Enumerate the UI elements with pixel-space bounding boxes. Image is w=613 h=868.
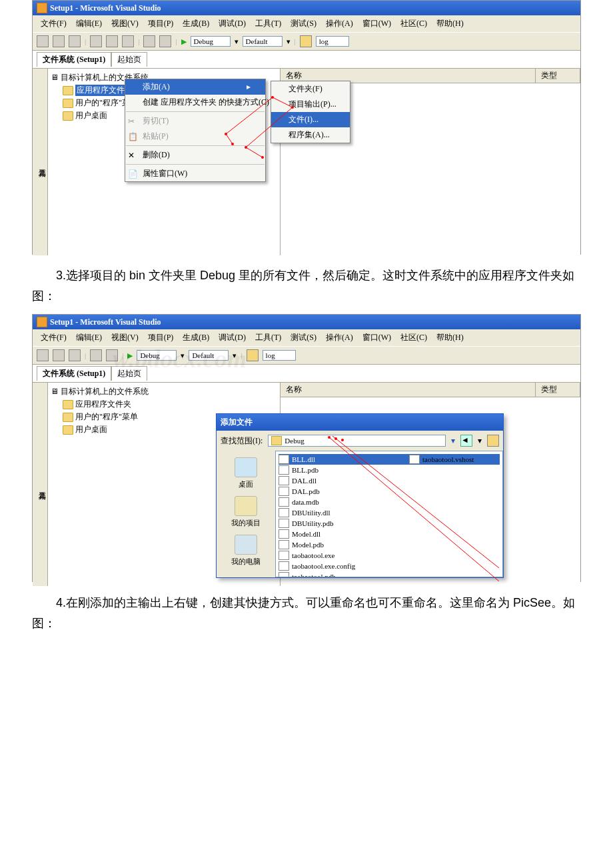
folder-icon	[63, 111, 73, 121]
up-icon[interactable]: ▾	[478, 436, 482, 446]
cut-icon[interactable]	[90, 35, 102, 47]
menubar-1[interactable]: 文件(F) 编辑(E) 视图(V) 项目(P) 生成(B) 调试(D) 工具(T…	[33, 15, 580, 32]
find-box[interactable]: log	[316, 36, 349, 47]
computer-icon	[235, 535, 257, 555]
paste-icon[interactable]	[122, 35, 134, 47]
cmenu-add[interactable]: 添加(A)▸	[125, 79, 265, 95]
context-submenu[interactable]: 文件夹(F) 项目输出(P)... 文件(I)... 程序集(A)...	[271, 81, 350, 143]
pdb-icon	[279, 465, 289, 475]
tab-start[interactable]: 起始页	[111, 52, 147, 67]
file-item[interactable]: taobaotool.exe	[279, 550, 500, 561]
sub-asm[interactable]: 程序集(A)...	[271, 127, 350, 143]
back-icon[interactable]: ◄	[460, 435, 472, 447]
vs-window-2: Setup1 - Microsoft Visual Studio 文件(F)编辑…	[32, 314, 581, 582]
paragraph-4: 4.在刚添加的主输出上右键，创建其快捷方式。可以重命名也可不重命名。这里命名为 …	[32, 593, 581, 633]
file-item[interactable]: DBUtility.dll	[279, 507, 500, 518]
platform-dropdown[interactable]: Default	[243, 36, 283, 47]
file-item[interactable]: DBUtility.pdb	[279, 518, 500, 529]
cmenu-delete[interactable]: ✕删除(D)	[125, 147, 265, 163]
open-icon[interactable]	[53, 35, 65, 47]
menu-project[interactable]: 项目(P)	[144, 17, 178, 31]
file-list[interactable]: BLL.dll BLL.pdb DAL.dll DAL.pdb data.mdb…	[275, 451, 503, 577]
doc-tabs-2[interactable]: 文件系统 (Setup1)起始页	[33, 365, 580, 383]
places-bar[interactable]: 桌面 我的项目 我的电脑	[217, 451, 275, 577]
vs-window-1: Setup1 - Microsoft Visual Studio 文件(F) 编…	[32, 0, 581, 255]
new-icon[interactable]	[37, 35, 49, 47]
folder-icon	[63, 400, 73, 409]
titlebar-2: Setup1 - Microsoft Visual Studio	[33, 315, 580, 329]
file-item[interactable]: DAL.pdb	[279, 486, 500, 497]
cmenu-props[interactable]: 📄属性窗口(W)	[125, 166, 265, 181]
file-item[interactable]: taobaotool.vshost	[409, 454, 474, 465]
file-item[interactable]: taobaotool.pdb	[279, 571, 500, 577]
sub-output[interactable]: 项目输出(P)...	[271, 97, 350, 112]
menu-tools[interactable]: 工具(T)	[251, 17, 285, 31]
cmenu-paste: 📋粘贴(P)	[125, 129, 265, 144]
undo-icon[interactable]	[143, 35, 155, 47]
menubar-2[interactable]: 文件(F)编辑(E)视图(V)项目(P)生成(B)调试(D)工具(T)测试(S)…	[33, 329, 580, 346]
save-icon[interactable]	[69, 35, 81, 47]
menu-help[interactable]: 帮助(H)	[432, 17, 468, 31]
dll-icon	[279, 455, 289, 464]
lookin-label: 查找范围(I):	[221, 435, 263, 447]
exe-icon	[279, 551, 289, 560]
folder-icon	[63, 86, 73, 95]
pdb-icon	[279, 540, 289, 549]
copy-icon[interactable]	[106, 35, 118, 47]
menu-action[interactable]: 操作(A)	[322, 17, 357, 31]
props-icon: 📄	[128, 169, 137, 179]
titlebar-1: Setup1 - Microsoft Visual Studio	[33, 1, 580, 15]
cmenu-shortcut[interactable]: 创建 应用程序文件夹 的快捷方式(C)	[125, 95, 265, 110]
sub-file[interactable]: 文件(I)...	[271, 112, 350, 127]
config-dropdown[interactable]: Debug	[191, 36, 231, 47]
folder-icon	[63, 99, 73, 108]
dll-icon	[279, 476, 289, 485]
file-item[interactable]: BLL.pdb	[279, 465, 500, 475]
toolbar-1[interactable]: | | | ▶ Debug ▾ Default ▾ | log	[33, 32, 580, 51]
computer-icon: 🖥	[51, 73, 59, 83]
file-item[interactable]: data.mdb	[279, 497, 500, 507]
mdb-icon	[279, 497, 289, 507]
menu-view[interactable]: 视图(V)	[107, 17, 143, 31]
toolbar-2[interactable]: | | ▶ Debug▾ Default▾ | log	[33, 346, 580, 365]
tree-desktop[interactable]: 用户桌面	[75, 110, 107, 121]
menu-community[interactable]: 社区(C)	[396, 17, 431, 31]
toolbox-strip-2[interactable]: 工具箱	[33, 383, 48, 586]
pdb-icon	[279, 487, 289, 496]
menu-debug[interactable]: 调试(D)	[215, 17, 250, 31]
folder-icon	[63, 425, 73, 435]
redo-icon[interactable]	[159, 35, 171, 47]
folder-icon	[63, 413, 73, 422]
file-item[interactable]: taobaotool.exe.config	[279, 561, 500, 571]
sub-folder[interactable]: 文件夹(F)	[271, 81, 350, 97]
place-projects[interactable]: 我的项目	[231, 496, 261, 528]
dll-icon	[279, 529, 289, 539]
delete-icon: ✕	[128, 151, 137, 160]
computer-icon: 🖥	[51, 387, 59, 397]
tab-fs[interactable]: 文件系统 (Setup1)	[37, 52, 111, 67]
find-icon[interactable]	[300, 35, 312, 47]
menu-file[interactable]: 文件(F)	[37, 17, 71, 31]
file-item[interactable]: Model.dll	[279, 529, 500, 539]
menu-edit[interactable]: 编辑(E)	[72, 17, 106, 31]
pdb-icon	[279, 519, 289, 528]
newfolder-icon[interactable]	[487, 435, 499, 447]
menu-window[interactable]: 窗口(W)	[358, 17, 395, 31]
doc-tabs-1[interactable]: 文件系统 (Setup1)起始页	[33, 51, 580, 69]
col-type[interactable]: 类型	[536, 69, 580, 83]
place-computer[interactable]: 我的电脑	[231, 535, 261, 567]
toolbox-strip[interactable]: 工具箱	[33, 69, 48, 255]
file-item[interactable]: Model.pdb	[279, 539, 500, 550]
exe-icon	[409, 455, 420, 464]
fs-tree-1[interactable]: 🖥目标计算机上的文件系统 应用程序文件夹 用户的"程序"菜单 用户桌面 添加(A…	[48, 69, 281, 255]
context-menu[interactable]: 添加(A)▸ 创建 应用程序文件夹 的快捷方式(C) ✂剪切(T) 📋粘贴(P)…	[125, 79, 266, 182]
paragraph-3: 3.选择项目的 bin 文件夹里 Debug 里的所有文件，然后确定。这时文件系…	[32, 265, 581, 306]
cmenu-cut: ✂剪切(T)	[125, 113, 265, 129]
lookin-dropdown[interactable]: Debug	[268, 435, 446, 447]
place-desktop[interactable]: 桌面	[235, 457, 257, 489]
menu-test[interactable]: 测试(S)	[287, 17, 320, 31]
addfile-dialog[interactable]: 添加文件 查找范围(I): Debug ▾ ◄ ▾ 桌面 我的项目 我的电脑 B…	[216, 413, 504, 578]
detail-pane-1: 名称类型 文件夹(F) 项目输出(P)... 文件(I)... 程序集(A)..…	[281, 69, 580, 255]
menu-build[interactable]: 生成(B)	[179, 17, 213, 31]
file-item[interactable]: DAL.dll	[279, 475, 500, 486]
